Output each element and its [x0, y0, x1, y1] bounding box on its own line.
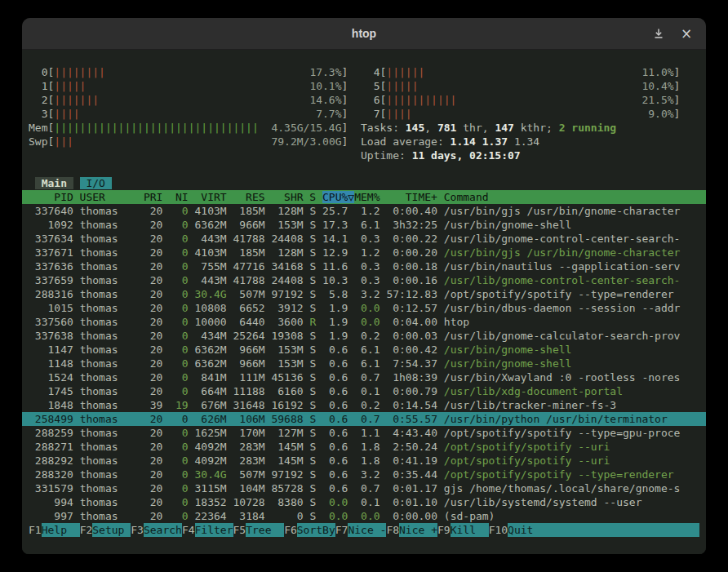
cell-ni: 0 — [169, 385, 188, 397]
fkey-num-f3[interactable]: F3 — [131, 523, 144, 537]
process-row[interactable]: 337659 thomas 20 0 443M 41788 24408 S 10… — [22, 273, 706, 287]
cell-time: 0:00.20 — [386, 246, 437, 259]
fkey-quit[interactable]: Quit — [508, 523, 699, 537]
process-row[interactable]: 288259 thomas 20 0 1625M 170M 127M S 0.6… — [22, 426, 706, 440]
process-row[interactable]: 258499 thomas 20 0 626M 106M 59688 S 0.6… — [22, 412, 706, 426]
cell-res: 966M — [233, 357, 265, 370]
cell-shr: 3912 — [271, 302, 303, 314]
fkey-num-f4[interactable]: F4 — [182, 523, 195, 537]
fkey-nice[interactable]: Nice - — [348, 523, 386, 537]
process-row[interactable]: 1147 thomas 20 0 6362M 966M 153M S 0.6 6… — [22, 343, 706, 357]
cell-mem: 6.1 — [354, 357, 380, 370]
cell-ni: 0 — [169, 357, 188, 370]
cell-user: thomas — [80, 413, 137, 425]
process-row[interactable]: 1848 thomas 39 19 676M 31648 16192 S 0.6… — [22, 398, 706, 412]
process-row[interactable]: 337671 thomas 20 0 4103M 185M 128M S 12.… — [22, 246, 706, 259]
process-row[interactable]: 1745 thomas 20 0 664M 11188 6160 S 0.6 0… — [22, 384, 706, 398]
cell-res: 106M — [233, 413, 265, 425]
process-row[interactable]: 288292 thomas 20 0 4092M 283M 145M S 0.6… — [22, 454, 706, 468]
fkey-num-f10[interactable]: F10 — [489, 523, 508, 537]
fkey-tree[interactable]: Tree — [246, 523, 284, 537]
cell-ni: 19 — [169, 399, 188, 411]
fkey-nice[interactable]: Nice + — [399, 523, 437, 537]
cpu2-meter-label: 2 — [29, 94, 47, 106]
fkey-help[interactable]: Help — [42, 523, 80, 537]
cell-pri: 20 — [144, 274, 162, 286]
cell-res: 507M — [233, 468, 265, 481]
cell-pri: 20 — [144, 316, 162, 328]
process-row[interactable]: 337640 thomas 20 0 4103M 185M 128M S 25.… — [22, 204, 706, 218]
cell-mem: 1.1 — [354, 427, 380, 439]
cell-mem: 0.1 — [354, 496, 380, 508]
cell-cpu: 17.3 — [322, 219, 348, 231]
process-row[interactable]: 288271 thomas 20 0 4092M 283M 145M S 0.6… — [22, 440, 706, 454]
fkey-num-f2[interactable]: F2 — [80, 523, 93, 537]
process-row[interactable]: 1015 thomas 20 0 10808 6652 3912 S 1.9 0… — [22, 301, 706, 315]
cell-res: 170M — [233, 427, 265, 439]
cell-pri: 20 — [144, 246, 162, 259]
process-row[interactable]: 1524 thomas 20 0 841M 111M 45136 S 0.6 0… — [22, 370, 706, 384]
fkey-num-f5[interactable]: F5 — [233, 523, 246, 537]
fkey-num-f6[interactable]: F6 — [284, 523, 297, 537]
swap-meter-bar: ||| — [54, 135, 73, 148]
cpu4-meter-value: 11.0% — [641, 66, 673, 78]
process-row[interactable]: 337638 thomas 20 0 434M 25264 19308 S 1.… — [22, 329, 706, 343]
header-mem[interactable]: MEM% — [354, 191, 380, 203]
process-row[interactable]: 288320 thomas 20 0 30.4G 507M 97192 S 0.… — [22, 468, 706, 481]
cell-time: 0:35.44 — [386, 468, 437, 481]
cell-virt: 18352 — [195, 496, 227, 508]
process-row[interactable]: 288316 thomas 20 0 30.4G 507M 97192 S 5.… — [22, 287, 706, 301]
cell-state: S — [309, 441, 316, 453]
cell-pri: 20 — [144, 441, 162, 453]
cell-cpu: 0.6 — [322, 344, 348, 356]
cell-virt: 841M — [195, 371, 227, 384]
fkey-sortby[interactable]: SortBy — [297, 523, 335, 537]
process-row[interactable]: 337560 thomas 20 0 10000 6440 3600 R 1.9… — [22, 315, 706, 329]
cell-cpu: 0.6 — [322, 357, 348, 370]
process-row[interactable]: 337636 thomas 20 0 755M 47716 34168 S 11… — [22, 259, 706, 273]
header-command[interactable]: Command — [444, 191, 681, 203]
header-time[interactable]: TIME+ — [386, 191, 437, 203]
fkey-num-f9[interactable]: F9 — [437, 523, 451, 537]
swap-meter-label: Swp — [29, 135, 47, 148]
process-row[interactable]: 1092 thomas 20 0 6362M 966M 153M S 17.3 … — [22, 218, 706, 232]
fkey-setup[interactable]: Setup — [92, 523, 131, 537]
process-row[interactable]: 997 thomas 20 0 22364 3184 0 S 0.0 0.0 0… — [22, 509, 706, 523]
fkey-num-f7[interactable]: F7 — [335, 523, 348, 537]
process-row[interactable]: 1148 thomas 20 0 6362M 966M 153M S 0.6 6… — [22, 357, 706, 370]
cell-state: S — [309, 399, 316, 411]
tab-io[interactable]: I/O — [80, 177, 112, 189]
header-left-columns[interactable]: PID USER PRI NI VIRT RES SHR S — [29, 191, 322, 203]
process-row[interactable]: 331579 thomas 20 0 3115M 104M 85728 S 0.… — [22, 481, 706, 495]
cell-command: /usr/bin/python /usr/bin/terminator — [444, 413, 681, 425]
process-row[interactable]: 337634 thomas 20 0 443M 41788 24408 S 14… — [22, 232, 706, 246]
cell-shr: 97192 — [271, 288, 303, 300]
cell-cpu: 0.0 — [322, 510, 348, 522]
cell-ni: 0 — [169, 371, 188, 384]
cell-state: S — [309, 510, 316, 522]
cell-shr: 128M — [271, 205, 303, 217]
process-row[interactable]: 994 thomas 20 0 18352 10728 8380 S 0.0 0… — [22, 495, 706, 509]
fkey-num-f1[interactable]: F1 — [29, 523, 42, 537]
cell-pid: 337634 — [29, 233, 73, 245]
fkey-filter[interactable]: Filter — [195, 523, 233, 537]
download-icon[interactable] — [652, 27, 665, 40]
function-key-bar: F1Help F2Setup F3SearchF4FilterF5Tree F6… — [22, 523, 706, 537]
cpu1-meter-bar: ||||| — [54, 80, 86, 92]
cell-virt: 443M — [195, 274, 227, 286]
htop-screen[interactable]: 0[|||||||| 17.3%] 4[|||||| 11.0%] 1[||||… — [22, 50, 706, 554]
cell-cpu: 0.6 — [322, 427, 348, 439]
table-header[interactable]: PID USER PRI NI VIRT RES SHR S CPU%▽MEM%… — [22, 190, 706, 204]
sort-column-cpu[interactable]: CPU%▽ — [322, 191, 354, 203]
fkey-kill[interactable]: Kill — [451, 523, 489, 537]
fkey-num-f8[interactable]: F8 — [386, 523, 399, 537]
fkey-search[interactable]: Search — [144, 523, 182, 537]
cell-command: gjs /home/thomas/.local/share/gnome-s — [444, 482, 681, 494]
titlebar[interactable]: htop × — [22, 18, 706, 50]
cell-virt: 6362M — [195, 357, 227, 370]
cell-user: thomas — [80, 510, 137, 522]
screen-tabs: Main I/O — [22, 176, 706, 190]
close-icon[interactable]: × — [680, 27, 693, 40]
cell-cpu: 11.6 — [322, 260, 348, 273]
tab-main[interactable]: Main — [35, 177, 73, 189]
